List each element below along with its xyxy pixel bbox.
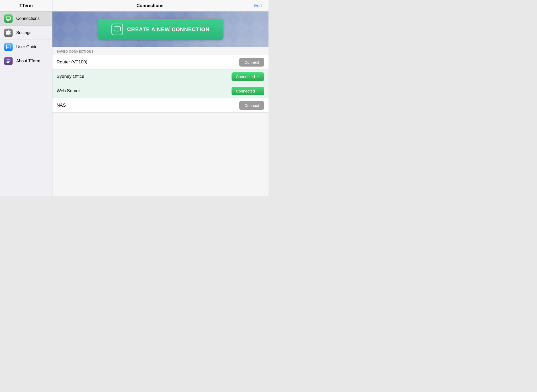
app-title: TTerm (19, 3, 33, 8)
connection-name-sydney: Sydney Office (57, 74, 232, 79)
hero-area: CREATE A NEW CONNECTION (52, 12, 268, 47)
nav-right: Edit (248, 3, 268, 8)
right-panel: CREATE A NEW CONNECTION SAVED CONNECTION… (52, 12, 268, 196)
about-icon (4, 57, 13, 65)
sidebar-item-connections[interactable]: Connections (0, 12, 52, 26)
connected-label-webserver: Connected (236, 89, 255, 93)
connection-name-webserver: Web Server (57, 88, 232, 94)
connection-name-nas: NAS (57, 103, 239, 108)
connect-button-router[interactable]: Connect (239, 58, 264, 67)
connected-button-sydney[interactable]: Connected → (232, 72, 264, 81)
arrow-icon-webserver: → (256, 89, 260, 93)
svg-rect-0 (6, 17, 10, 20)
connection-row-router: Router (VT100) Connect (52, 55, 268, 69)
connection-row-nas: NAS Connect (52, 98, 268, 113)
connections-icon (4, 14, 13, 23)
sidebar-label-about: About TTerm (16, 59, 40, 63)
sidebar-item-about[interactable]: About TTerm (0, 54, 52, 68)
saved-connections-header: SAVED CONNECTIONS (52, 47, 268, 55)
connections-area: SAVED CONNECTIONS Router (VT100) Connect… (52, 47, 268, 196)
connection-name-router: Router (VT100) (57, 59, 239, 65)
connection-row-webserver: Web Server Connected → (52, 84, 268, 98)
sidebar-label-userguide: User Guide (16, 45, 37, 49)
svg-rect-9 (7, 62, 9, 63)
nav-left: TTerm (0, 0, 52, 11)
page-title: Connections (137, 3, 164, 8)
sidebar-item-userguide[interactable]: User Guide (0, 40, 52, 54)
connection-row-sydney: Sydney Office Connected → (52, 69, 268, 84)
settings-icon (4, 29, 13, 37)
arrow-icon-sydney: → (256, 74, 260, 79)
connect-button-nas[interactable]: Connect (239, 101, 264, 110)
sidebar-item-settings[interactable]: Settings (0, 26, 52, 40)
sidebar-label-settings: Settings (16, 30, 31, 35)
svg-rect-7 (7, 59, 10, 60)
create-connection-icon (111, 24, 123, 35)
nav-bar: TTerm Connections Edit (0, 0, 268, 12)
edit-button[interactable]: Edit (254, 3, 262, 8)
connected-button-webserver[interactable]: Connected → (232, 87, 264, 95)
nav-center: Connections (52, 3, 248, 8)
connected-label-sydney: Connected (236, 74, 255, 79)
sidebar: Connections Settings User Guide (0, 12, 52, 196)
userguide-icon (4, 43, 13, 51)
main-content: Connections Settings User Guide (0, 12, 268, 196)
svg-rect-10 (114, 27, 120, 31)
create-connection-button[interactable]: CREATE A NEW CONNECTION (98, 19, 223, 40)
svg-rect-8 (7, 61, 10, 62)
create-connection-label: CREATE A NEW CONNECTION (127, 26, 210, 32)
sidebar-label-connections: Connections (16, 16, 40, 21)
